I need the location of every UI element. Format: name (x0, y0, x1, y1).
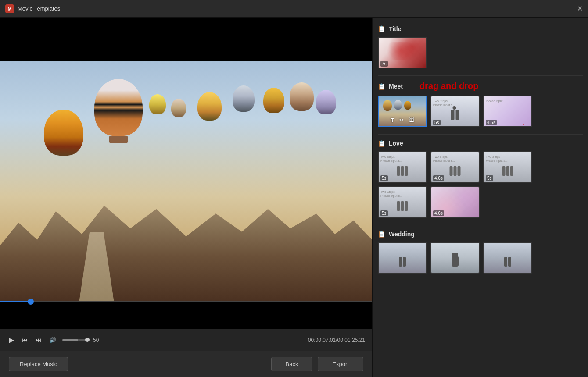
video-bottom-bar (0, 302, 372, 329)
silhouette-meet-2 (451, 110, 459, 120)
controls-bar: ▶ ⏮ ⏭ 🔊 50 00:00:07.01/00:01:25.21 (0, 329, 372, 351)
export-button[interactable]: Export (318, 357, 363, 371)
silhouette-wedding-1 (399, 257, 406, 267)
right-panel: 📋 Title 7s 📋 Meet drag and drop (372, 18, 588, 377)
thumb-wedding-2[interactable] (430, 242, 480, 274)
love-section-icon: 📋 (378, 140, 385, 147)
silhouette-love-4 (397, 201, 408, 211)
main-layout: ▶ ⏮ ⏭ 🔊 50 00:00:07.01/00:01:25.21 Repla… (0, 18, 588, 377)
app-title: Movie Templates (18, 5, 60, 12)
love-1-text: Two StepsPlease input s... (380, 155, 402, 163)
wedding-section-label: Wedding (389, 231, 415, 238)
volume-fill (62, 339, 78, 341)
love-section-label: Love (389, 140, 403, 147)
silhouette-wedding-3 (504, 257, 511, 267)
video-top-bar (0, 18, 372, 61)
balloon-back-1 (197, 92, 222, 121)
balloon-back-2 (233, 85, 255, 112)
sep-1 (378, 75, 583, 76)
meet-thumbs-container: T ✂ 🖼 (378, 96, 583, 127)
love-section-header: 📋 Love (378, 140, 583, 147)
next-frame-button[interactable]: ⏭ (34, 335, 43, 345)
video-area (0, 18, 372, 329)
thumb-love-3[interactable]: Two StepsPlease input s... 5s (483, 151, 532, 183)
volume-slider[interactable] (62, 339, 89, 341)
wedding-section-header: 📋 Wedding (378, 231, 583, 238)
thumb-meet-2-text: Two StepsPlease input s... (433, 99, 455, 107)
prev-frame-button[interactable]: ⏮ (20, 335, 29, 345)
thumb-love-1-label: 5s (380, 175, 388, 181)
sep-3 (378, 225, 583, 225)
thumb-love-5[interactable]: 4.6s (430, 186, 480, 218)
title-bar-left: M Movie Templates (5, 4, 60, 13)
balloon-left (44, 110, 83, 156)
silhouette-wedding-2 (452, 256, 459, 267)
meet-thumbnails: T ✂ 🖼 (378, 96, 583, 127)
balloon-dist-2 (171, 99, 186, 117)
meet-section-header: 📋 Meet drag and drop (378, 81, 583, 91)
app-logo: M (5, 4, 14, 13)
wedding-thumbnails (378, 242, 583, 274)
silhouette-love-3 (502, 166, 513, 176)
balloon-back-3 (263, 88, 284, 113)
video-preview (0, 18, 372, 329)
thumb-love-3-label: 5s (486, 175, 493, 181)
balloon-dist-1 (149, 94, 166, 114)
thumb-meet-1-icons: T ✂ 🖼 (379, 117, 426, 124)
back-button[interactable]: Back (271, 357, 313, 371)
meet-section: 📋 Meet drag and drop (378, 81, 583, 127)
silhouette-love-1 (397, 166, 408, 176)
drag-drop-label: drag and drop (419, 81, 478, 91)
image-icon: 🖼 (409, 117, 414, 124)
progress-bar[interactable] (0, 301, 372, 302)
text-icon: T (391, 117, 394, 124)
title-thumbnails: 7s (378, 37, 583, 68)
thumb-title-1[interactable]: 7s (378, 37, 427, 68)
thumb-wedding-2-bg (431, 243, 479, 273)
thumb-love-4-label: 5s (380, 210, 388, 216)
thumb-meet-2-label: 5s (433, 120, 441, 125)
bottom-bar: Replace Music Back Export (0, 351, 372, 377)
balloon-center-basket (109, 136, 128, 143)
thumb-love-5-label: 4.6s (433, 210, 444, 216)
meet-section-label: Meet (389, 83, 403, 90)
balloon-center (94, 79, 143, 136)
love-3-text: Two StepsPlease input s... (486, 155, 508, 163)
meet-section-icon: 📋 (378, 83, 385, 90)
thumb-wedding-3[interactable] (483, 242, 532, 274)
wedding-section-icon: 📋 (378, 231, 385, 238)
title-section-header: 📋 Title (378, 25, 583, 32)
thumb-wedding-1[interactable] (378, 242, 427, 274)
silhouette-love-2 (450, 166, 461, 176)
progress-fill (0, 301, 31, 302)
love-2-text: Two StepsPlease input s... (433, 155, 455, 163)
play-button[interactable]: ▶ (7, 334, 16, 346)
title-section-icon: 📋 (378, 25, 385, 32)
title-section-label: Title (389, 25, 402, 32)
thumb-love-1[interactable]: Two StepsPlease input s... 5s (378, 151, 427, 183)
cut-icon: ✂ (399, 117, 404, 124)
thumb-wedding-3-bg (484, 243, 531, 273)
thumb-meet-1[interactable]: T ✂ 🖼 (378, 96, 427, 127)
left-panel: ▶ ⏮ ⏭ 🔊 50 00:00:07.01/00:01:25.21 Repla… (0, 18, 372, 377)
balloon-back-5 (316, 90, 336, 114)
thumb-meet-2[interactable]: Two StepsPlease input s... 5s → (430, 96, 480, 127)
time-display: 00:00:07.01/00:01:25.21 (308, 337, 365, 343)
thumb-love-4[interactable]: Two StepsPlease input s... 5s (378, 186, 427, 218)
volume-button[interactable]: 🔊 (47, 335, 58, 345)
thumb-love-2[interactable]: Two StepsPlease input s... 4.6s (430, 151, 480, 183)
volume-knob[interactable] (85, 338, 90, 342)
love-thumbnails: Two StepsPlease input s... 5s Two StepsP… (378, 151, 583, 218)
replace-music-button[interactable]: Replace Music (9, 357, 68, 371)
arrow-right-2: → (518, 120, 526, 129)
close-button[interactable]: ✕ (577, 6, 583, 12)
balloon-back-4 (290, 82, 314, 111)
love-4-text: Two StepsPlease input s... (380, 190, 402, 198)
bottom-right-buttons: Back Export (271, 357, 363, 371)
sep-2 (378, 134, 583, 135)
title-bar: M Movie Templates ✕ (0, 0, 588, 18)
thumb-title-1-label: 7s (380, 61, 388, 67)
thumb-love-2-label: 4.6s (433, 175, 444, 181)
thumb-meet-3-text: Please input... (486, 99, 505, 103)
thumb-wedding-1-bg (379, 243, 426, 273)
